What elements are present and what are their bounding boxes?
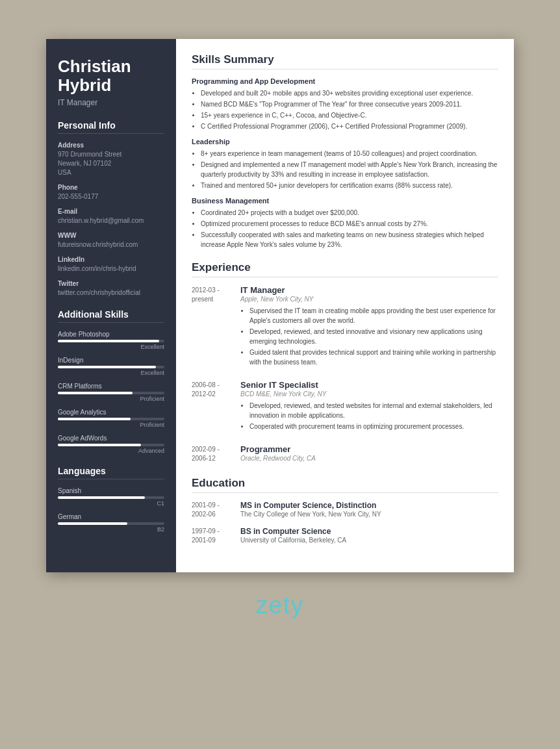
exp-dates: 2002-09 -2006-12 — [192, 444, 240, 465]
subsection-title: Programming and App Development — [192, 77, 498, 85]
lang-level: C1 — [58, 500, 164, 507]
language-item: German B2 — [58, 513, 164, 533]
bullet-list: 8+ years experience in team management (… — [192, 149, 498, 190]
address-line3: USA — [58, 168, 164, 177]
email-value: christian.w.hybrid@gmail.com — [58, 216, 164, 225]
skill-bar-fill — [58, 366, 156, 368]
exp-job-title: IT Manager — [240, 285, 498, 295]
skill-bar-fill — [58, 392, 133, 394]
bullet-item: Successfully cooperated with sales and m… — [201, 230, 498, 249]
language-item: Spanish C1 — [58, 487, 164, 507]
skill-item: InDesign Excellent — [58, 357, 164, 376]
edu-details: BS in Computer Science University of Cal… — [240, 527, 498, 545]
exp-details: IT Manager Apple, New York City, NY Supe… — [240, 285, 498, 371]
bullet-item: C Certified Professional Programmer (200… — [201, 121, 498, 131]
brand-footer: zety — [256, 592, 304, 619]
exp-job-title: Senior IT Specialist — [240, 380, 498, 390]
experience-title: Experience — [192, 261, 498, 277]
skill-item: CRM Platforms Proficient — [58, 383, 164, 402]
email-label: E-mail — [58, 208, 164, 215]
subsection-title: Leadership — [192, 138, 498, 146]
skills-list: Adobe Photoshop Excellent InDesign Excel… — [58, 331, 164, 454]
bullet-item: Named BCD M&E's "Top Programmer of The Y… — [201, 99, 498, 109]
phone-value: 202-555-0177 — [58, 192, 164, 201]
edu-degree: BS in Computer Science — [240, 527, 498, 536]
main-content: Skills Summary Programming and App Devel… — [176, 39, 514, 572]
skill-bar-bg — [58, 340, 164, 342]
exp-company: BCD M&E, New York City, NY — [240, 390, 498, 398]
exp-details: Senior IT Specialist BCD M&E, New York C… — [240, 380, 498, 435]
job-title: IT Manager — [58, 98, 164, 107]
lang-bar-bg — [58, 496, 164, 499]
skill-name: CRM Platforms — [58, 383, 164, 390]
www-value: futureisnow.chrishybrid.com — [58, 240, 164, 249]
bullet-item: Supervised the IT team in creating mobil… — [249, 306, 498, 325]
address-label: Address — [58, 142, 164, 149]
phone-label: Phone — [58, 184, 164, 191]
bullet-item: Cooperated with procurement teams in opt… — [249, 422, 498, 431]
skill-level: Proficient — [58, 396, 164, 402]
experience-content: 2012-03 -present IT Manager Apple, New Y… — [192, 285, 498, 465]
skill-bar-fill — [58, 418, 131, 420]
exp-company: Oracle, Redwood City, CA — [240, 455, 498, 462]
subsection-title: Business Management — [192, 197, 498, 205]
lang-name: German — [58, 513, 164, 520]
bullet-item: Developed, reviewed, and tested websites… — [249, 401, 498, 420]
linkedin-value: linkedin.com/in/chris-hybrid — [58, 264, 164, 273]
exp-dates: 2006-08 -2012-02 — [192, 380, 240, 435]
skill-bar-bg — [58, 444, 164, 446]
edu-degree: MS in Computer Science, Distinction — [240, 501, 498, 510]
skills-subsection: Programming and App Development Develope… — [192, 77, 498, 131]
exp-details: Programmer Oracle, Redwood City, CA — [240, 444, 498, 465]
edu-item: 2001-09 -2002-06 MS in Computer Science,… — [192, 501, 498, 519]
skill-bar-bg — [58, 418, 164, 420]
skill-item: Google Analytics Proficient — [58, 409, 164, 428]
bullet-item: Developed and built 20+ mobile apps and … — [201, 88, 498, 98]
lang-bar-bg — [58, 522, 164, 525]
exp-dates: 2012-03 -present — [192, 285, 240, 371]
skill-name: Google Analytics — [58, 409, 164, 416]
exp-item: 2006-08 -2012-02 Senior IT Specialist BC… — [192, 380, 498, 435]
bullet-list: Developed and built 20+ mobile apps and … — [192, 88, 498, 131]
skill-name: InDesign — [58, 357, 164, 364]
skill-item: Google AdWords Advanced — [58, 435, 164, 454]
lang-bar-fill — [58, 522, 127, 525]
bullet-item: Guided talent that provides technical su… — [249, 348, 498, 367]
bullet-item: Optimized procurement processes to reduc… — [201, 219, 498, 229]
exp-company: Apple, New York City, NY — [240, 296, 498, 303]
edu-details: MS in Computer Science, Distinction The … — [240, 501, 498, 519]
languages-list: Spanish C1 German B2 — [58, 487, 164, 533]
skills-summary-content: Programming and App Development Develope… — [192, 77, 498, 249]
resume-document: Christian Hybrid IT Manager Personal Inf… — [46, 39, 514, 572]
lang-bar-fill — [58, 496, 145, 499]
address-line1: 970 Drummond Street — [58, 150, 164, 159]
skill-level: Proficient — [58, 422, 164, 428]
lang-name: Spanish — [58, 487, 164, 494]
personal-info-title: Personal Info — [58, 120, 164, 134]
www-label: WWW — [58, 232, 164, 239]
address-line2: Newark, NJ 07102 — [58, 159, 164, 168]
skills-subsection: Business Management Coordinated 20+ proj… — [192, 197, 498, 249]
additional-skills-title: Additional Skills — [58, 309, 164, 323]
last-name: Hybrid — [58, 76, 164, 95]
skill-bar-bg — [58, 392, 164, 394]
skills-subsection: Leadership 8+ years experience in team m… — [192, 138, 498, 190]
edu-school: The City College of New York, New York C… — [240, 511, 498, 518]
skill-name: Google AdWords — [58, 435, 164, 442]
skill-level: Excellent — [58, 370, 164, 376]
bullet-item: Coordinated 20+ projects with a budget o… — [201, 208, 498, 218]
exp-job-title: Programmer — [240, 444, 498, 454]
edu-school: University of California, Berkeley, CA — [240, 537, 498, 544]
bullet-item: Trained and mentored 50+ junior develope… — [201, 181, 498, 190]
bullet-item: Developed, reviewed, and tested innovati… — [249, 327, 498, 346]
edu-dates: 2001-09 -2002-06 — [192, 501, 240, 519]
exp-bullets: Supervised the IT team in creating mobil… — [240, 306, 498, 367]
bullet-list: Coordinated 20+ projects with a budget o… — [192, 208, 498, 249]
skills-summary-title: Skills Summary — [192, 53, 498, 70]
bullet-item: 8+ years experience in team management (… — [201, 149, 498, 159]
sidebar: Christian Hybrid IT Manager Personal Inf… — [46, 39, 176, 572]
linkedin-label: LinkedIn — [58, 256, 164, 263]
skill-level: Advanced — [58, 448, 164, 454]
education-title: Education — [192, 477, 498, 493]
lang-level: B2 — [58, 526, 164, 533]
